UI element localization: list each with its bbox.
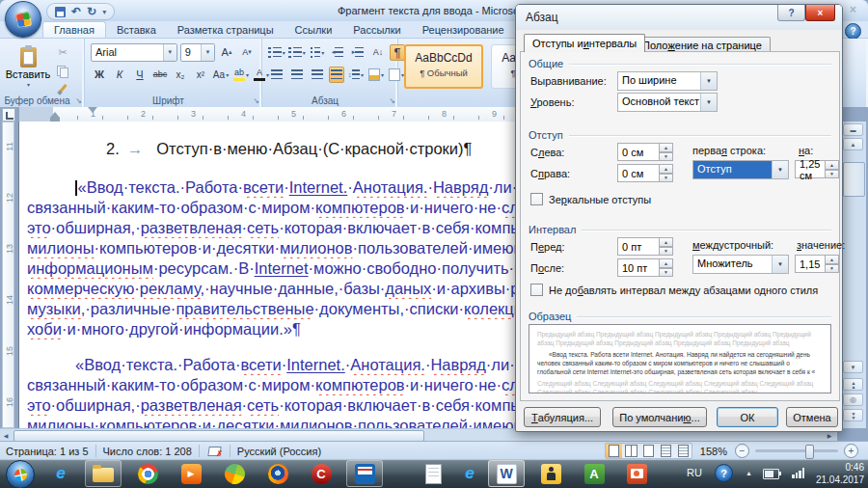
spin-up-icon[interactable]: ▲	[660, 237, 673, 247]
window-close-button[interactable]: ×	[850, 3, 856, 16]
tray-clock[interactable]: 0:46 21.04.2017	[808, 461, 864, 486]
tab-insert[interactable]: Вставка	[106, 22, 167, 38]
proofing-errors-icon[interactable]	[208, 446, 221, 456]
language-switcher[interactable]: RU	[687, 467, 702, 478]
scrollbar-thumb[interactable]	[843, 162, 865, 197]
taskbar-green-a-app[interactable]: A	[576, 460, 612, 487]
justify-button[interactable]	[329, 67, 344, 83]
alignment-combo[interactable]: По ширине▼	[617, 71, 718, 91]
next-page-icon[interactable]: ▼▼	[843, 409, 863, 421]
print-layout-view-button[interactable]	[606, 444, 622, 458]
spin-down-icon[interactable]: ▼	[660, 152, 673, 162]
line-spacing-combo[interactable]: Множитель▼	[692, 255, 789, 274]
previous-page-icon[interactable]: ▲▲	[843, 378, 863, 391]
shading-button[interactable]: ▾	[367, 67, 385, 83]
taskbar-word-active[interactable]: W	[488, 460, 525, 487]
default-button[interactable]: По умолчанию...	[612, 407, 707, 427]
tab-page-layout[interactable]: Разметка страницы	[167, 22, 285, 38]
taskbar-notepad[interactable]	[415, 460, 451, 487]
zoom-level[interactable]: 158%	[700, 446, 727, 457]
spin-down-icon[interactable]: ▼	[660, 268, 673, 278]
change-case-button[interactable]: Аа▾	[212, 67, 230, 83]
tab-home[interactable]: Главная	[42, 21, 106, 38]
paste-button[interactable]: Вставить ▾	[6, 42, 50, 93]
cancel-button[interactable]: Отмена	[786, 407, 838, 427]
tab-stop-selector[interactable]	[2, 108, 15, 122]
tab-indents-and-spacing[interactable]: Отступы и интервалы	[524, 34, 645, 52]
align-center-button[interactable]	[288, 67, 306, 83]
vertical-ruler[interactable]: 11121314151617	[2, 122, 14, 428]
first-line-indent-marker[interactable]	[88, 107, 97, 113]
tab-mailings[interactable]: Рассылки	[342, 22, 411, 38]
language-indicator[interactable]: Русский (Россия)	[237, 446, 321, 457]
first-line-by-spinner[interactable]: 1,25 см ▲▼	[795, 160, 839, 178]
undo-icon[interactable]: ↶	[71, 6, 81, 17]
web-layout-view-button[interactable]	[640, 444, 657, 458]
redo-icon[interactable]: ↻	[87, 6, 96, 17]
taskbar-media-player[interactable]: ▶	[173, 460, 209, 487]
tab-review[interactable]: Рецензирование	[412, 22, 515, 38]
save-icon[interactable]	[55, 7, 66, 17]
highlight-color-button[interactable]: ab ▾	[232, 67, 250, 83]
strikethrough-button[interactable]: abc	[151, 67, 169, 83]
tabs-button[interactable]: Табуляция...	[524, 407, 601, 427]
zoom-thumb[interactable]	[805, 445, 814, 459]
underline-button[interactable]: Ч	[131, 67, 149, 83]
grow-font-icon[interactable]: A▴	[218, 44, 235, 61]
align-right-button[interactable]	[309, 67, 326, 83]
taskbar-parental-control[interactable]	[532, 460, 569, 487]
taskbar-ccleaner[interactable]: C	[303, 460, 339, 487]
select-browse-object-icon[interactable]: ◎	[843, 393, 863, 406]
first-line-combo[interactable]: Отступ▼	[692, 160, 789, 179]
cut-icon[interactable]: ✂	[54, 44, 71, 61]
indent-right-spinner[interactable]: 0 см ▲▼	[617, 164, 673, 182]
dialog-help-button[interactable]: ?	[777, 5, 805, 21]
bold-button[interactable]: Ж	[91, 67, 108, 83]
dialog-close-button[interactable]: ×	[805, 5, 835, 21]
taskbar-mediaget[interactable]	[216, 460, 253, 487]
spin-down-icon[interactable]: ▼	[660, 174, 673, 183]
spin-up-icon[interactable]: ▲	[826, 160, 839, 170]
scroll-down-icon[interactable]: ▼	[843, 361, 863, 373]
zoom-track[interactable]	[755, 449, 838, 452]
spin-up-icon[interactable]: ▲	[660, 258, 673, 268]
spacing-after-spinner[interactable]: 10 пт ▲▼	[617, 258, 673, 277]
tray-chevron-icon[interactable]: ▲	[746, 470, 752, 476]
spin-down-icon[interactable]: ▼	[826, 170, 839, 179]
bullets-button[interactable]: ▾	[268, 44, 285, 61]
spin-up-icon[interactable]: ▲	[660, 143, 673, 152]
shrink-font-icon[interactable]: A▾	[238, 44, 256, 61]
word-count[interactable]: Число слов: 1 208	[103, 446, 192, 457]
scroll-left-icon[interactable]: ◀	[0, 430, 12, 441]
outline-level-combo[interactable]: Основной текст▼	[617, 93, 718, 112]
start-button[interactable]	[6, 460, 35, 488]
office-button[interactable]	[5, 1, 41, 38]
spin-up-icon[interactable]: ▲	[826, 255, 839, 264]
no-space-between-paragraphs-checkbox[interactable]	[530, 284, 543, 296]
spin-down-icon[interactable]: ▼	[660, 247, 673, 257]
taskbar-chrome[interactable]	[129, 460, 166, 487]
align-left-button[interactable]	[268, 67, 285, 83]
tray-help-icon[interactable]: ?	[715, 464, 733, 482]
outline-view-button[interactable]	[658, 444, 674, 458]
spin-down-icon[interactable]: ▼	[826, 264, 839, 274]
line-spacing-at-spinner[interactable]: 1,15 ▲▼	[795, 255, 839, 273]
taskbar-internet-explorer[interactable]: e	[42, 460, 79, 487]
vertical-scrollbar[interactable]: ▬ ▲ ▼ ▲▲ ◎ ▼▼	[841, 122, 866, 428]
network-icon[interactable]	[792, 468, 804, 478]
ok-button[interactable]: ОК	[717, 407, 778, 427]
mirror-indents-checkbox[interactable]	[530, 193, 543, 205]
help-icon[interactable]: ?	[845, 23, 861, 40]
numbering-button[interactable]: ▾	[288, 44, 306, 61]
taskbar-firefox[interactable]	[259, 460, 296, 487]
battery-icon[interactable]	[763, 469, 779, 479]
taskbar-internet-explorer-2[interactable]: e	[451, 460, 488, 487]
clipboard-dialog-launcher-icon[interactable]: ↘	[75, 96, 82, 105]
sort-button[interactable]: А↓	[369, 44, 387, 61]
zoom-in-icon[interactable]: +	[844, 444, 858, 458]
ruler-toggle-icon[interactable]: ▬	[843, 123, 863, 136]
page-indicator[interactable]: Страница: 1 из 5	[6, 446, 89, 457]
italic-button[interactable]: К	[111, 67, 128, 83]
copy-icon[interactable]	[54, 63, 71, 79]
style-card-normal[interactable]: AaBbCcDd ¶ Обычный	[404, 44, 483, 89]
